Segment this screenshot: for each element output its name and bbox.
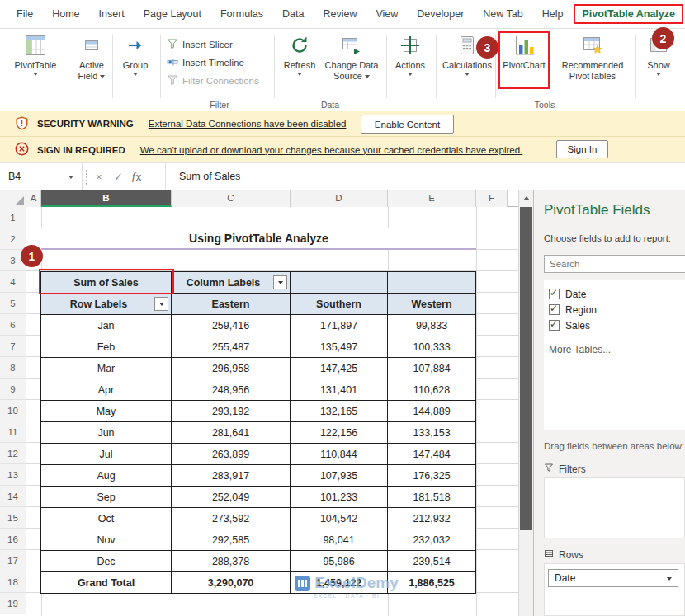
tab-view[interactable]: View	[367, 4, 406, 24]
security-warning-link[interactable]: External Data Connections have been disa…	[149, 119, 347, 129]
recommended-pivottables-button[interactable]: Recommended PivotTables	[553, 32, 632, 82]
row-header-9[interactable]: 9	[0, 379, 26, 400]
pivot-cell[interactable]: 107,935	[291, 465, 388, 487]
enter-icon[interactable]: ✓	[114, 163, 123, 190]
pivot-cell[interactable]: 288,378	[172, 551, 291, 572]
formula-input[interactable]: Sum of Sales	[165, 163, 685, 190]
row-header-5[interactable]: 5	[0, 293, 26, 314]
actions-button[interactable]: Actions	[390, 32, 431, 76]
row-header-12[interactable]: 12	[0, 443, 26, 464]
cancel-icon[interactable]: ×	[96, 163, 102, 190]
row-header-7[interactable]: 7	[0, 336, 26, 357]
pivot-cell[interactable]: May	[41, 401, 172, 422]
pivot-cell[interactable]: 131,401	[291, 379, 388, 401]
pivot-cell[interactable]: Sep	[41, 487, 172, 508]
pivot-cell[interactable]: Aug	[41, 465, 172, 487]
pivot-cell[interactable]: 95,986	[291, 551, 388, 572]
pivot-cell[interactable]: 176,325	[388, 465, 476, 487]
row-labels-filter-button[interactable]	[154, 297, 168, 311]
row-header-4[interactable]: 4	[0, 271, 26, 293]
name-box[interactable]: B4	[0, 163, 83, 190]
pivot-cell[interactable]: 281,641	[172, 422, 291, 444]
pivot-cell[interactable]: Apr	[41, 379, 172, 401]
tab-formulas[interactable]: Formulas	[212, 4, 272, 24]
pivottable-button[interactable]: PivotTable	[8, 32, 63, 76]
pivot-cell[interactable]: 293,192	[172, 401, 291, 422]
pivot-cell[interactable]: 122,156	[291, 422, 388, 444]
pivot-cell[interactable]: Jul	[41, 444, 172, 465]
pivot-cell[interactable]: 259,416	[172, 315, 291, 336]
column-header-F[interactable]: F	[476, 190, 508, 207]
tab-new-tab[interactable]: New Tab	[475, 4, 531, 24]
tab-pivottable-analyze[interactable]: PivotTable Analyze	[574, 4, 683, 24]
pivot-cell[interactable]: Feb	[41, 336, 172, 358]
pivot-cell[interactable]: 248,956	[172, 379, 291, 401]
column-labels-filter-button[interactable]	[273, 275, 287, 289]
field-checkbox-sales[interactable]: ✓ Sales	[544, 317, 685, 333]
pivot-cell[interactable]: Mar	[41, 358, 172, 379]
tab-insert[interactable]: Insert	[91, 4, 133, 24]
row-header-16[interactable]: 16	[0, 529, 26, 550]
filters-area[interactable]	[544, 477, 685, 538]
row-header-19[interactable]: 19	[0, 593, 26, 614]
row-header-10[interactable]: 10	[0, 400, 26, 421]
pivot-cell[interactable]: 144,889	[388, 401, 476, 422]
tab-page-layout[interactable]: Page Layout	[135, 4, 210, 24]
pivot-cell[interactable]: 273,592	[172, 508, 291, 529]
row-header-11[interactable]: 11	[0, 421, 26, 443]
column-header-D[interactable]: D	[291, 190, 388, 207]
pivot-cell[interactable]: 98,041	[291, 529, 388, 551]
sign-in-required-link[interactable]: We can't upload or download your changes…	[140, 145, 523, 155]
pivot-corner-cell[interactable]: Sum of Sales	[41, 272, 172, 294]
pivot-cell[interactable]: 1,886,525	[388, 572, 476, 594]
tab-file[interactable]: File	[8, 4, 41, 24]
pivot-cell[interactable]: 171,897	[291, 315, 388, 336]
more-tables-link[interactable]: More Tables...	[549, 344, 611, 355]
column-header-A[interactable]: A	[26, 190, 41, 207]
pivot-cell[interactable]: Grand Total	[41, 572, 172, 594]
active-field-button[interactable]: Active Field	[73, 32, 111, 82]
pivot-cell[interactable]: 110,628	[388, 379, 476, 401]
pivot-cell[interactable]: Oct	[41, 508, 172, 529]
search-input[interactable]	[544, 255, 685, 273]
row-header-2[interactable]: 2	[0, 228, 26, 250]
pivot-cell[interactable]: 100,333	[388, 336, 476, 358]
pivot-column-labels-cell[interactable]: Column Labels	[172, 272, 291, 294]
row-header-18[interactable]: 18	[0, 571, 26, 593]
pivot-cell[interactable]: 296,958	[172, 358, 291, 379]
pivot-cell[interactable]: 99,833	[388, 315, 476, 336]
pivot-cell[interactable]: 3,290,070	[172, 572, 291, 594]
pivot-cell[interactable]: 101,233	[291, 487, 388, 508]
tab-developer[interactable]: Developer	[409, 4, 472, 24]
pivot-cell[interactable]: 283,917	[172, 465, 291, 487]
pivot-cell[interactable]: Jun	[41, 422, 172, 444]
column-header-C[interactable]: C	[172, 190, 291, 207]
pivot-row-labels-cell[interactable]: Row Labels	[41, 294, 172, 315]
field-checkbox-date[interactable]: ✓ Date	[544, 286, 685, 302]
pivot-cell[interactable]: 181,518	[388, 487, 476, 508]
insert-function-icon[interactable]: fx	[132, 163, 141, 190]
enable-content-button[interactable]: Enable Content	[361, 115, 454, 134]
pivot-col-header[interactable]: Western	[388, 294, 476, 315]
field-checkbox-region[interactable]: ✓ Region	[544, 302, 685, 317]
row-header-17[interactable]: 17	[0, 550, 26, 571]
pivot-cell[interactable]: 147,484	[388, 444, 476, 465]
scrollbar-thumb[interactable]	[520, 207, 532, 530]
tab-review[interactable]: Review	[314, 4, 365, 24]
pivot-cell[interactable]: 252,049	[172, 487, 291, 508]
pivot-cell[interactable]: 212,932	[388, 508, 476, 529]
pivot-empty-cell[interactable]	[388, 272, 476, 294]
pivot-cell[interactable]: Dec	[41, 551, 172, 572]
rows-area[interactable]: Date	[544, 563, 685, 616]
pivot-cell[interactable]: 255,487	[172, 336, 291, 358]
change-data-source-button[interactable]: Change Data Source	[324, 32, 380, 82]
scroll-up-button[interactable]	[519, 190, 533, 205]
pivot-col-header[interactable]: Southern	[291, 294, 388, 315]
pivot-cell[interactable]: 133,153	[388, 422, 476, 444]
tab-data[interactable]: Data	[274, 4, 312, 24]
insert-timeline-button[interactable]: Insert Timeline	[167, 54, 244, 71]
select-all-corner[interactable]	[0, 190, 26, 207]
pivot-cell[interactable]: 263,899	[172, 444, 291, 465]
pivot-cell[interactable]: 147,425	[291, 358, 388, 379]
tab-help[interactable]: Help	[534, 4, 572, 24]
